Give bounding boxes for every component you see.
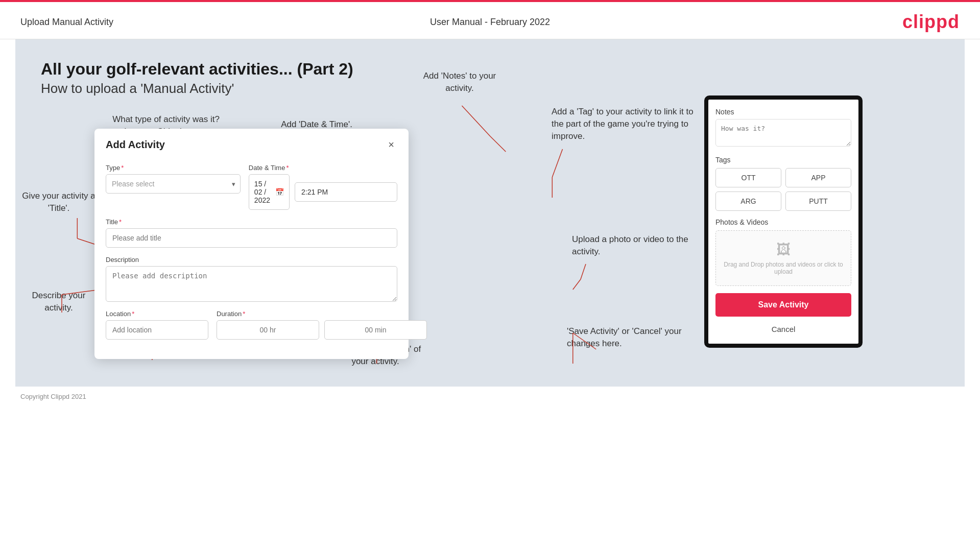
- logo: clippd: [902, 11, 960, 33]
- duration-group: Duration*: [217, 310, 427, 340]
- datetime-label: Date & Time*: [249, 164, 397, 172]
- photo-drop-zone[interactable]: 🖼 Drag and Drop photos and videos or cli…: [715, 230, 851, 286]
- type-group: Type* ▾ Please select: [106, 164, 241, 210]
- tag-ott[interactable]: OTT: [715, 168, 781, 187]
- duration-label: Duration*: [217, 310, 427, 318]
- tag-arg[interactable]: ARG: [715, 191, 781, 211]
- type-datetime-row: Type* ▾ Please select Date & Time*: [106, 164, 397, 210]
- tag-app[interactable]: APP: [785, 168, 851, 187]
- tags-grid: OTT APP ARG PUTT: [715, 168, 851, 211]
- callout-save: 'Save Activity' or 'Cancel' your changes…: [567, 325, 710, 350]
- save-activity-button[interactable]: Save Activity: [715, 293, 851, 317]
- type-select[interactable]: [106, 174, 241, 194]
- calendar-icon: 📅: [275, 188, 284, 196]
- callout-title: Give your activity a 'Title'.: [15, 190, 102, 214]
- type-label: Type*: [106, 164, 241, 172]
- description-label: Description: [106, 256, 397, 263]
- svg-line-16: [581, 264, 586, 279]
- header-left: Upload Manual Activity: [20, 17, 113, 28]
- add-activity-modal: Add Activity × Type* ▾ Please select: [94, 129, 409, 359]
- cancel-button[interactable]: Cancel: [715, 322, 851, 337]
- modal-title: Add Activity: [106, 139, 165, 151]
- modal-body: Type* ▾ Please select Date & Time*: [94, 159, 409, 359]
- photo-drop-text: Drag and Drop photos and videos or click…: [721, 261, 846, 275]
- header: Upload Manual Activity User Manual - Feb…: [0, 2, 980, 39]
- svg-line-14: [552, 149, 562, 177]
- svg-line-13: [490, 136, 506, 152]
- phone-panel: Notes Tags OTT APP ARG PUTT Photos & Vid…: [704, 95, 863, 348]
- location-duration-row: Location* Duration*: [106, 310, 397, 340]
- location-group: Location*: [106, 310, 208, 340]
- title-label: Title*: [106, 218, 397, 226]
- duration-row: [217, 320, 427, 340]
- title-group: Title*: [106, 218, 397, 248]
- description-group: Description: [106, 256, 397, 302]
- type-select-wrapper: ▾ Please select: [106, 174, 241, 194]
- location-label: Location*: [106, 310, 208, 318]
- svg-line-12: [462, 106, 490, 136]
- photos-section-label: Photos & Videos: [715, 218, 851, 226]
- description-input[interactable]: [106, 266, 397, 302]
- callout-upload: Upload a photo or video to the activity.: [572, 233, 689, 258]
- footer: Copyright Clippd 2021: [0, 387, 980, 406]
- datetime-group: Date & Time* 15 / 02 / 2022 📅: [249, 164, 397, 210]
- phone-inner: Notes Tags OTT APP ARG PUTT Photos & Vid…: [708, 100, 858, 344]
- tags-section-label: Tags: [715, 156, 851, 164]
- tag-putt[interactable]: PUTT: [785, 191, 851, 211]
- title-input[interactable]: [106, 228, 397, 248]
- callout-tag: Add a 'Tag' to your activity to link it …: [552, 106, 695, 142]
- svg-line-17: [573, 279, 581, 290]
- datetime-row: 15 / 02 / 2022 📅: [249, 174, 397, 210]
- time-input[interactable]: [295, 182, 397, 202]
- location-input[interactable]: [106, 320, 208, 340]
- header-center: User Manual - February 2022: [430, 17, 550, 28]
- duration-min-input[interactable]: [324, 320, 427, 340]
- date-input[interactable]: 15 / 02 / 2022 📅: [249, 174, 290, 210]
- callout-desc: Describe your activity.: [18, 290, 100, 314]
- modal-header: Add Activity ×: [94, 129, 409, 159]
- callout-notes: Add 'Notes' to your activity.: [409, 70, 511, 94]
- duration-hr-input[interactable]: [217, 320, 319, 340]
- main-content: All your golf-relevant activities... (Pa…: [15, 39, 965, 387]
- notes-section-label: Notes: [715, 108, 851, 116]
- photo-icon: 🖼: [721, 241, 846, 258]
- copyright-text: Copyright Clippd 2021: [20, 393, 86, 400]
- notes-input[interactable]: [715, 119, 851, 147]
- modal-close-button[interactable]: ×: [385, 138, 397, 152]
